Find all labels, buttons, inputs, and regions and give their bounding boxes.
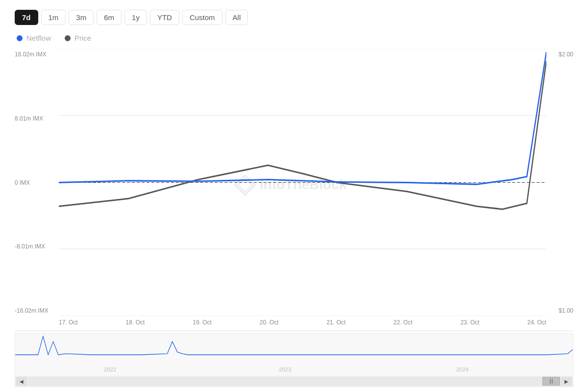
scroll-track[interactable] [28, 377, 560, 386]
x-label-3: 20. Oct [260, 319, 279, 326]
y-label-zero: 0 IMX [15, 179, 59, 186]
y-label-bottom: -16.02m IMX [15, 307, 59, 314]
scroll-thumb[interactable] [542, 377, 560, 386]
x-label-4: 21. Oct [326, 319, 345, 326]
time-btn-1m[interactable]: 1m [41, 10, 66, 25]
scrollbar: ◀ ▶ [15, 376, 573, 387]
price-label-bottom: $1.00 [546, 307, 573, 314]
x-label-5: 22. Oct [393, 319, 413, 326]
time-btn-3m[interactable]: 3m [69, 10, 94, 25]
time-btn-all[interactable]: All [225, 10, 248, 25]
netflow-label: Netflow [26, 34, 51, 42]
svg-text:2023: 2023 [279, 366, 291, 372]
time-btn-7d[interactable]: 7d [15, 10, 38, 25]
price-dot [65, 35, 71, 41]
svg-text:2022: 2022 [104, 366, 116, 372]
x-label-6: 23. Oct [461, 319, 480, 326]
x-label-0: 17. Oct [59, 319, 78, 326]
legend-netflow: Netflow [17, 34, 51, 42]
x-label-7: 24. Oct [527, 319, 546, 326]
chart-legend: Netflow Price [15, 34, 573, 42]
svg-text:2024: 2024 [456, 366, 469, 372]
thumb-handle-2 [552, 379, 553, 384]
x-label-1: 18. Oct [126, 319, 145, 326]
thumb-handle-1 [550, 379, 551, 384]
main-container: 7d1m3m6m1yYTDCustomAll Netflow Price 16.… [0, 0, 588, 392]
mini-chart: 2022 2023 2024 ◀ ▶ [15, 333, 573, 387]
legend-price: Price [65, 34, 91, 42]
time-btn-ytd[interactable]: YTD [150, 10, 179, 25]
chart-svg-area [59, 49, 546, 316]
netflow-dot [17, 35, 23, 41]
time-btn-custom[interactable]: Custom [182, 10, 222, 25]
x-axis: 17. Oct 18. Oct 19. Oct 20. Oct 21. Oct … [59, 316, 546, 331]
y-axis-right: $2.00 $1.00 [546, 49, 573, 316]
price-label-top: $2.00 [546, 51, 573, 58]
y-label-top: 16.02m IMX [15, 51, 59, 58]
scroll-left-arrow[interactable]: ◀ [16, 377, 27, 386]
time-btn-1y[interactable]: 1y [124, 10, 147, 25]
price-label: Price [74, 34, 91, 42]
y-label-mid-low: -8.01m IMX [15, 243, 59, 250]
y-axis-left: 16.02m IMX 8.01m IMX 0 IMX -8.01m IMX -1… [15, 49, 59, 316]
x-label-2: 19. Oct [193, 319, 212, 326]
y-label-mid-high: 8.01m IMX [15, 115, 59, 122]
time-range-buttons: 7d1m3m6m1yYTDCustomAll [15, 10, 573, 25]
mini-chart-inner: 2022 2023 2024 [15, 334, 573, 376]
time-btn-6m[interactable]: 6m [97, 10, 122, 25]
scroll-right-arrow[interactable]: ▶ [561, 377, 572, 386]
main-chart: 16.02m IMX 8.01m IMX 0 IMX -8.01m IMX -1… [15, 49, 573, 331]
chart-wrapper: 16.02m IMX 8.01m IMX 0 IMX -8.01m IMX -1… [15, 49, 573, 387]
